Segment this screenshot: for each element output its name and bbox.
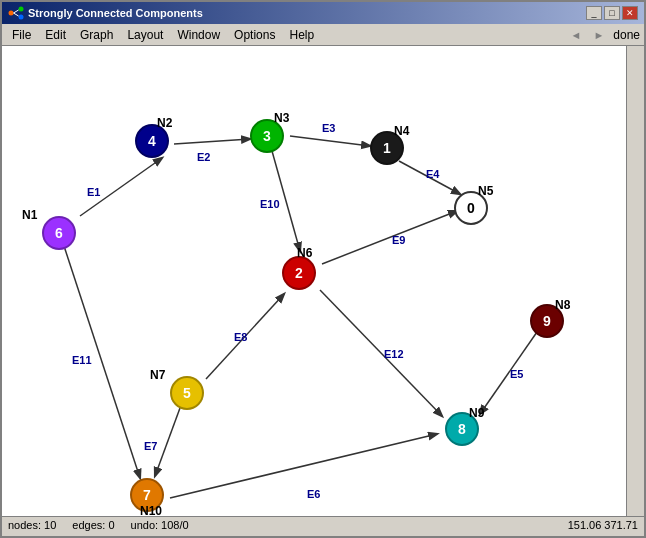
svg-line-5 <box>80 158 162 216</box>
node-5[interactable]: 5 <box>170 376 204 410</box>
svg-line-15 <box>170 434 437 498</box>
scrollbar-area[interactable] <box>626 46 644 516</box>
svg-line-6 <box>174 139 250 144</box>
title-buttons: _ □ ✕ <box>586 6 638 20</box>
nav-next-button[interactable]: ► <box>590 29 607 41</box>
menu-window[interactable]: Window <box>171 26 226 44</box>
node-1[interactable]: 1 <box>370 131 404 165</box>
edge-label-e9: E9 <box>392 234 405 246</box>
window-title: Strongly Connected Components <box>28 7 203 19</box>
menu-file[interactable]: File <box>6 26 37 44</box>
menu-layout[interactable]: Layout <box>121 26 169 44</box>
edge-label-e7: E7 <box>144 440 157 452</box>
edge-label-e2: E2 <box>197 151 210 163</box>
node-9[interactable]: 9 <box>530 304 564 338</box>
edge-label-e3: E3 <box>322 122 335 134</box>
menu-items: File Edit Graph Layout Window Options He… <box>6 26 320 44</box>
menu-help[interactable]: Help <box>283 26 320 44</box>
graph-canvas[interactable]: E1 E2 E3 E4 E9 E10 E11 E8 E12 E5 E6 E7 6… <box>2 46 644 516</box>
svg-line-10 <box>272 151 300 251</box>
edge-label-e6: E6 <box>307 488 320 500</box>
svg-line-11 <box>64 246 140 478</box>
node-8[interactable]: 8 <box>445 412 479 446</box>
svg-line-3 <box>14 10 19 13</box>
status-coords: 151.06 371.71 <box>568 519 638 534</box>
node-label-n1: N1 <box>22 208 37 222</box>
minimize-button[interactable]: _ <box>586 6 602 20</box>
svg-line-16 <box>155 408 180 476</box>
node-3[interactable]: 3 <box>250 119 284 153</box>
edge-label-e12: E12 <box>384 348 404 360</box>
svg-point-2 <box>19 15 24 20</box>
title-bar-left: Strongly Connected Components <box>8 5 203 21</box>
svg-line-12 <box>206 294 284 379</box>
node-0[interactable]: 0 <box>454 191 488 225</box>
title-bar: Strongly Connected Components _ □ ✕ <box>2 2 644 24</box>
status-left: nodes: 10 edges: 0 undo: 108/0 <box>8 519 189 534</box>
edge-label-e4: E4 <box>426 168 439 180</box>
done-button[interactable]: done <box>613 28 640 42</box>
edge-label-e5: E5 <box>510 368 523 380</box>
nav-prev-button[interactable]: ◄ <box>568 29 585 41</box>
svg-line-7 <box>290 136 370 146</box>
menu-right: ◄ ► done <box>568 28 640 42</box>
maximize-button[interactable]: □ <box>604 6 620 20</box>
node-7[interactable]: 7 <box>130 478 164 512</box>
svg-line-9 <box>322 211 457 264</box>
node-label-n7: N7 <box>150 368 165 382</box>
edge-label-e1: E1 <box>87 186 100 198</box>
app-icon <box>8 5 24 21</box>
node-2[interactable]: 2 <box>282 256 316 290</box>
graph-edges-svg <box>2 46 644 516</box>
menu-graph[interactable]: Graph <box>74 26 119 44</box>
node-6[interactable]: 6 <box>42 216 76 250</box>
close-button[interactable]: ✕ <box>622 6 638 20</box>
node-4[interactable]: 4 <box>135 124 169 158</box>
svg-point-0 <box>9 11 14 16</box>
edge-label-e11: E11 <box>72 354 92 366</box>
svg-line-8 <box>399 161 460 194</box>
svg-point-1 <box>19 7 24 12</box>
status-undo: undo: 108/0 <box>131 519 189 534</box>
menu-edit[interactable]: Edit <box>39 26 72 44</box>
main-window: Strongly Connected Components _ □ ✕ File… <box>0 0 646 538</box>
menu-bar: File Edit Graph Layout Window Options He… <box>2 24 644 46</box>
status-nodes: nodes: 10 <box>8 519 56 534</box>
menu-options[interactable]: Options <box>228 26 281 44</box>
edge-label-e8: E8 <box>234 331 247 343</box>
status-bar: nodes: 10 edges: 0 undo: 108/0 151.06 37… <box>2 516 644 536</box>
svg-line-14 <box>480 332 537 414</box>
edge-label-e10: E10 <box>260 198 280 210</box>
svg-line-13 <box>320 290 442 416</box>
status-edges: edges: 0 <box>72 519 114 534</box>
svg-line-4 <box>14 13 19 16</box>
